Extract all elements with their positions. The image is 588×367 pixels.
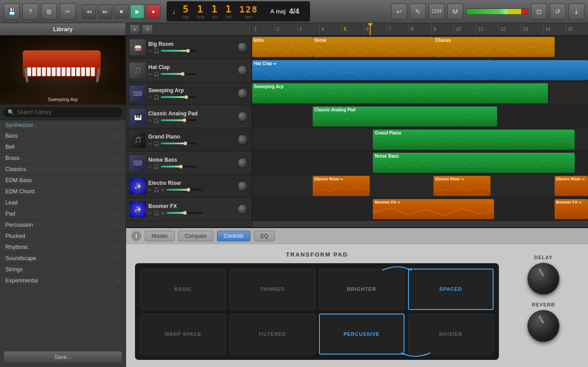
mute-icon[interactable]: ✂ <box>148 211 152 216</box>
midi-button[interactable]: M <box>447 4 463 20</box>
track-lane-classicanalogpad[interactable]: Classic Analog Pad <box>252 105 588 128</box>
settings-icon[interactable]: ⚙ <box>161 211 165 216</box>
settings-icon[interactable]: ⚙ <box>161 188 165 192</box>
search-input[interactable] <box>17 109 118 115</box>
library-item-bass[interactable]: Bass › <box>0 130 126 142</box>
info-button[interactable]: i <box>131 231 141 241</box>
track-pan-classicanalogpad[interactable] <box>237 111 248 122</box>
track-lane-noisebass[interactable]: Noise Bass <box>252 151 588 175</box>
pad-basic[interactable]: BASIC <box>140 269 226 310</box>
playhead[interactable] <box>370 23 371 35</box>
waveform-button[interactable]: ⊡ <box>531 4 547 20</box>
track-volume-noisebass[interactable] <box>161 166 196 167</box>
clip-noisebass[interactable]: Noise Bass <box>373 153 574 173</box>
track-pan-bigroom[interactable] <box>237 42 248 53</box>
pad-thinner[interactable]: THINNER <box>229 269 315 310</box>
pad-filtered[interactable]: FILTERED <box>229 314 315 355</box>
headphone-icon[interactable]: 🎧 <box>154 211 159 216</box>
help-button[interactable]: ? <box>22 4 38 20</box>
track-volume-electroriser[interactable] <box>167 189 202 191</box>
clip-chorus[interactable]: Chorus <box>433 37 554 57</box>
mute-icon[interactable]: ✂ <box>148 188 152 192</box>
track-settings-button[interactable]: ⚙ <box>142 24 153 34</box>
library-item-pad[interactable]: Pad › <box>0 208 126 220</box>
scissors-button[interactable]: ✂ <box>60 4 76 20</box>
library-item-lead[interactable]: Lead › <box>0 197 126 208</box>
stop-button[interactable]: ■ <box>114 4 128 19</box>
clip-intro[interactable]: Intro <box>252 37 313 57</box>
grid-button[interactable]: ⊞ <box>41 4 57 20</box>
transform-pad[interactable]: BASIC THINNER BRIGHTER SPACED <box>135 263 499 360</box>
track-lane-sweepingarp[interactable]: Sweeping Arp <box>252 82 588 105</box>
clip-boomerfx1[interactable]: Boomer FX ∞ <box>373 199 494 219</box>
headphone-icon[interactable]: 🎧 <box>154 72 159 77</box>
track-pan-boomerfx[interactable] <box>237 204 248 215</box>
track-lane-grandpiano[interactable]: Grand Piano <box>252 128 588 151</box>
pad-noisier[interactable]: NOISIER <box>408 314 494 355</box>
tab-controls[interactable]: Controls <box>217 231 250 241</box>
pad-percussive[interactable]: PERCUSSIVE <box>319 314 404 355</box>
reverb-knob[interactable] <box>527 310 559 342</box>
track-volume-hatclap[interactable] <box>161 73 196 75</box>
library-item-rhythmic[interactable]: Rhythmic › <box>0 242 126 253</box>
library-item-edmchord[interactable]: EDM Chord › <box>0 186 126 197</box>
track-lane-bigroom[interactable]: Intro Verse Chorus <box>252 36 588 59</box>
clip-boomerfx2[interactable]: Boomer FX ∞ <box>555 199 588 219</box>
library-list[interactable]: Bass › Bell › Brass › Classics › EDM Bas… <box>0 130 126 347</box>
track-volume-boomerfx[interactable] <box>167 212 202 214</box>
library-item-bell[interactable]: Bell › <box>0 142 126 153</box>
clip-sweepingarp[interactable]: Sweeping Arp <box>252 83 548 103</box>
mute-icon[interactable]: ✂ <box>148 118 152 123</box>
clip-electroriser1[interactable]: Electro Riser ∞ <box>313 176 370 196</box>
clip-grandpiano[interactable]: Grand Piano <box>373 130 574 150</box>
loop-button[interactable]: ↺ <box>550 4 566 20</box>
library-item-percussion[interactable]: Percussion › <box>0 220 126 231</box>
save-button[interactable]: Save... <box>4 351 122 363</box>
library-item-strings[interactable]: Strings › <box>0 264 126 275</box>
track-pan-sweepingarp[interactable] <box>237 88 248 99</box>
track-pan-noisebass[interactable] <box>237 158 248 168</box>
pad-brighter[interactable]: BRIGHTER <box>319 269 404 310</box>
clip-classicanalogpad[interactable]: Classic Analog Pad <box>313 106 498 126</box>
delay-knob[interactable] <box>527 263 559 295</box>
number-button[interactable]: 1234 <box>429 4 445 20</box>
track-pan-grandpiano[interactable] <box>237 135 248 145</box>
library-item-edmbass[interactable]: EDM Bass › <box>0 175 126 186</box>
tracks-scroll[interactable]: Intro Verse Chorus <box>252 36 588 227</box>
play-button[interactable]: ▶ <box>130 4 144 19</box>
mute-icon[interactable]: ✂ <box>148 49 152 53</box>
headphone-icon[interactable]: 🎧 <box>154 164 159 169</box>
clip-electroriser2[interactable]: Electro Riser ∞ <box>433 176 490 196</box>
clip-hatclap2[interactable] <box>494 60 588 80</box>
clip-verse[interactable]: Verse <box>313 37 433 57</box>
pad-warpspace[interactable]: WARP SPACE <box>140 314 226 355</box>
clip-electroriser3[interactable]: Electro Riser ∞ <box>555 176 588 196</box>
track-volume-grandpiano[interactable] <box>161 143 196 144</box>
headphone-icon[interactable]: 🎧 <box>154 95 159 100</box>
library-item-plucked[interactable]: Plucked › <box>0 231 126 242</box>
disk-button[interactable]: 💾 <box>4 4 20 20</box>
headphone-icon[interactable]: 🎧 <box>154 141 159 146</box>
export-button[interactable]: ⤓ <box>568 4 584 20</box>
track-lane-hatclap[interactable]: Hat Clap ∞ <box>252 59 588 82</box>
tab-eq[interactable]: EQ <box>254 231 275 241</box>
mute-icon[interactable]: ✂ <box>148 164 152 169</box>
mute-icon[interactable]: ✂ <box>148 72 152 77</box>
track-lane-electroriser[interactable]: Electro Riser ∞ Electro Riser ∞ Electro … <box>252 175 588 198</box>
edit-button[interactable]: ✎ <box>410 4 426 20</box>
headphone-icon[interactable]: 🎧 <box>154 188 159 192</box>
track-volume-bigroom[interactable] <box>161 50 196 52</box>
track-volume-sweepingarp[interactable] <box>161 96 196 98</box>
tab-master[interactable]: Master <box>145 231 175 241</box>
headphone-icon[interactable]: 🎧 <box>154 118 159 123</box>
headphone-icon[interactable]: 🎧 <box>154 49 159 53</box>
clip-hatclap[interactable]: Hat Clap ∞ <box>252 60 494 80</box>
add-track-button[interactable]: + <box>130 24 139 34</box>
library-item-experimental[interactable]: Experimental › <box>0 275 126 286</box>
track-volume-classicanalogpad[interactable] <box>161 119 196 121</box>
track-lane-boomerfx[interactable]: Boomer FX ∞ Boomer FX ∞ <box>252 198 588 221</box>
track-pan-electroriser[interactable] <box>237 181 248 192</box>
forward-button[interactable]: ⏭ <box>98 4 112 19</box>
undo-button[interactable]: ↩ <box>391 4 407 20</box>
mute-icon[interactable]: ✂ <box>148 141 152 146</box>
